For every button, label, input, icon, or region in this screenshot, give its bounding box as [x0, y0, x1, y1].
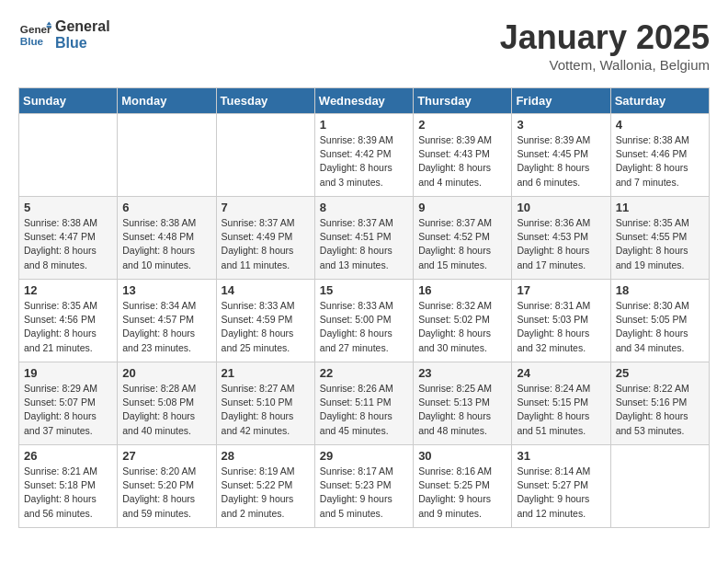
- calendar-cell: 18Sunrise: 8:30 AMSunset: 5:05 PMDayligh…: [610, 280, 709, 362]
- weekday-header-tuesday: Tuesday: [216, 88, 314, 114]
- calendar-cell: 23Sunrise: 8:25 AMSunset: 5:13 PMDayligh…: [414, 362, 512, 445]
- day-number: 10: [517, 201, 605, 214]
- day-info: Sunrise: 8:39 AMSunset: 4:42 PMDaylight:…: [320, 133, 408, 190]
- day-info: Sunrise: 8:36 AMSunset: 4:53 PMDaylight:…: [517, 216, 605, 272]
- day-info: Sunrise: 8:30 AMSunset: 5:05 PMDaylight:…: [616, 299, 704, 355]
- day-info: Sunrise: 8:38 AMSunset: 4:48 PMDaylight:…: [122, 216, 210, 272]
- logo: General Blue General Blue: [18, 18, 110, 52]
- weekday-header-sunday: Sunday: [19, 88, 118, 114]
- calendar-cell: 10Sunrise: 8:36 AMSunset: 4:53 PMDayligh…: [512, 197, 610, 280]
- calendar-cell: 19Sunrise: 8:29 AMSunset: 5:07 PMDayligh…: [19, 362, 118, 445]
- calendar-cell: 12Sunrise: 8:35 AMSunset: 4:56 PMDayligh…: [19, 280, 118, 362]
- day-info: Sunrise: 8:33 AMSunset: 4:59 PMDaylight:…: [222, 299, 310, 355]
- day-info: Sunrise: 8:26 AMSunset: 5:11 PMDaylight:…: [320, 382, 408, 438]
- day-info: Sunrise: 8:24 AMSunset: 5:15 PMDaylight:…: [517, 382, 605, 438]
- day-number: 14: [222, 283, 310, 297]
- calendar-week-row: 12Sunrise: 8:35 AMSunset: 4:56 PMDayligh…: [19, 280, 710, 362]
- day-info: Sunrise: 8:39 AMSunset: 4:43 PMDaylight:…: [418, 133, 506, 190]
- day-number: 26: [24, 449, 112, 463]
- svg-rect-3: [47, 26, 51, 28]
- day-number: 13: [122, 283, 210, 297]
- day-info: Sunrise: 8:38 AMSunset: 4:46 PMDaylight:…: [616, 133, 704, 190]
- calendar-cell: 29Sunrise: 8:17 AMSunset: 5:23 PMDayligh…: [314, 445, 413, 528]
- calendar-cell: 26Sunrise: 8:21 AMSunset: 5:18 PMDayligh…: [19, 445, 118, 528]
- calendar-cell: 6Sunrise: 8:38 AMSunset: 4:48 PMDaylight…: [118, 197, 216, 280]
- location-subtitle: Vottem, Wallonia, Belgium: [500, 57, 710, 73]
- calendar-cell: 1Sunrise: 8:39 AMSunset: 4:42 PMDaylight…: [314, 114, 413, 197]
- day-info: Sunrise: 8:16 AMSunset: 5:25 PMDaylight:…: [418, 465, 506, 521]
- day-info: Sunrise: 8:37 AMSunset: 4:51 PMDaylight:…: [320, 216, 408, 272]
- calendar-cell: 24Sunrise: 8:24 AMSunset: 5:15 PMDayligh…: [512, 362, 610, 445]
- day-info: Sunrise: 8:22 AMSunset: 5:16 PMDaylight:…: [616, 382, 704, 438]
- day-number: 19: [24, 366, 112, 380]
- day-number: 8: [320, 201, 408, 214]
- day-number: 21: [222, 366, 310, 380]
- calendar-cell: 15Sunrise: 8:33 AMSunset: 5:00 PMDayligh…: [314, 280, 413, 362]
- day-number: 12: [24, 283, 112, 297]
- page-header: General Blue General Blue January 2025 V…: [18, 18, 710, 73]
- calendar-week-row: 19Sunrise: 8:29 AMSunset: 5:07 PMDayligh…: [19, 362, 710, 445]
- day-info: Sunrise: 8:34 AMSunset: 4:57 PMDaylight:…: [122, 299, 210, 355]
- day-number: 4: [616, 118, 704, 132]
- logo-icon: General Blue: [18, 18, 51, 52]
- calendar-cell: 30Sunrise: 8:16 AMSunset: 5:25 PMDayligh…: [414, 445, 512, 528]
- day-info: Sunrise: 8:14 AMSunset: 5:27 PMDaylight:…: [517, 465, 605, 521]
- day-info: Sunrise: 8:29 AMSunset: 5:07 PMDaylight:…: [24, 382, 112, 438]
- calendar-cell: [19, 114, 118, 197]
- day-info: Sunrise: 8:35 AMSunset: 4:56 PMDaylight:…: [24, 299, 112, 355]
- day-number: 25: [616, 366, 704, 380]
- day-info: Sunrise: 8:28 AMSunset: 5:08 PMDaylight:…: [122, 382, 210, 438]
- weekday-header-monday: Monday: [118, 88, 216, 114]
- title-block: January 2025 Vottem, Wallonia, Belgium: [500, 18, 710, 73]
- calendar-cell: 3Sunrise: 8:39 AMSunset: 4:45 PMDaylight…: [512, 114, 610, 197]
- day-info: Sunrise: 8:21 AMSunset: 5:18 PMDaylight:…: [24, 465, 112, 521]
- day-info: Sunrise: 8:27 AMSunset: 5:10 PMDaylight:…: [222, 382, 310, 438]
- calendar-cell: 22Sunrise: 8:26 AMSunset: 5:11 PMDayligh…: [314, 362, 413, 445]
- day-number: 24: [517, 366, 605, 380]
- day-info: Sunrise: 8:37 AMSunset: 4:52 PMDaylight:…: [418, 216, 506, 272]
- day-info: Sunrise: 8:19 AMSunset: 5:22 PMDaylight:…: [222, 465, 310, 521]
- weekday-header-wednesday: Wednesday: [314, 88, 413, 114]
- day-number: 17: [517, 283, 605, 297]
- day-number: 15: [320, 283, 408, 297]
- day-number: 9: [418, 201, 506, 214]
- calendar-week-row: 5Sunrise: 8:38 AMSunset: 4:47 PMDaylight…: [19, 197, 710, 280]
- calendar-cell: 14Sunrise: 8:33 AMSunset: 4:59 PMDayligh…: [216, 280, 314, 362]
- calendar-table: SundayMondayTuesdayWednesdayThursdayFrid…: [18, 87, 710, 528]
- day-number: 31: [517, 449, 605, 463]
- day-number: 23: [418, 366, 506, 380]
- calendar-cell: [610, 445, 709, 528]
- day-info: Sunrise: 8:20 AMSunset: 5:20 PMDaylight:…: [122, 465, 210, 521]
- calendar-cell: 28Sunrise: 8:19 AMSunset: 5:22 PMDayligh…: [216, 445, 314, 528]
- day-info: Sunrise: 8:32 AMSunset: 5:02 PMDaylight:…: [418, 299, 506, 355]
- day-info: Sunrise: 8:25 AMSunset: 5:13 PMDaylight:…: [418, 382, 506, 438]
- calendar-cell: 13Sunrise: 8:34 AMSunset: 4:57 PMDayligh…: [118, 280, 216, 362]
- day-number: 6: [122, 201, 210, 214]
- calendar-cell: 9Sunrise: 8:37 AMSunset: 4:52 PMDaylight…: [414, 197, 512, 280]
- calendar-cell: 8Sunrise: 8:37 AMSunset: 4:51 PMDaylight…: [314, 197, 413, 280]
- calendar-header-row: SundayMondayTuesdayWednesdayThursdayFrid…: [19, 88, 710, 114]
- calendar-cell: 16Sunrise: 8:32 AMSunset: 5:02 PMDayligh…: [414, 280, 512, 362]
- day-number: 2: [418, 118, 506, 132]
- day-info: Sunrise: 8:39 AMSunset: 4:45 PMDaylight:…: [517, 133, 605, 190]
- day-number: 30: [418, 449, 506, 463]
- day-number: 1: [320, 118, 408, 132]
- calendar-week-row: 26Sunrise: 8:21 AMSunset: 5:18 PMDayligh…: [19, 445, 710, 528]
- calendar-cell: 31Sunrise: 8:14 AMSunset: 5:27 PMDayligh…: [512, 445, 610, 528]
- weekday-header-thursday: Thursday: [414, 88, 512, 114]
- day-info: Sunrise: 8:31 AMSunset: 5:03 PMDaylight:…: [517, 299, 605, 355]
- day-number: 28: [222, 449, 310, 463]
- calendar-week-row: 1Sunrise: 8:39 AMSunset: 4:42 PMDaylight…: [19, 114, 710, 197]
- calendar-cell: 17Sunrise: 8:31 AMSunset: 5:03 PMDayligh…: [512, 280, 610, 362]
- day-number: 11: [616, 201, 704, 214]
- weekday-header-saturday: Saturday: [610, 88, 709, 114]
- day-number: 16: [418, 283, 506, 297]
- calendar-cell: 5Sunrise: 8:38 AMSunset: 4:47 PMDaylight…: [19, 197, 118, 280]
- day-number: 18: [616, 283, 704, 297]
- day-info: Sunrise: 8:33 AMSunset: 5:00 PMDaylight:…: [320, 299, 408, 355]
- day-number: 22: [320, 366, 408, 380]
- day-info: Sunrise: 8:38 AMSunset: 4:47 PMDaylight:…: [24, 216, 112, 272]
- calendar-cell: [216, 114, 314, 197]
- calendar-cell: [118, 114, 216, 197]
- calendar-cell: 2Sunrise: 8:39 AMSunset: 4:43 PMDaylight…: [414, 114, 512, 197]
